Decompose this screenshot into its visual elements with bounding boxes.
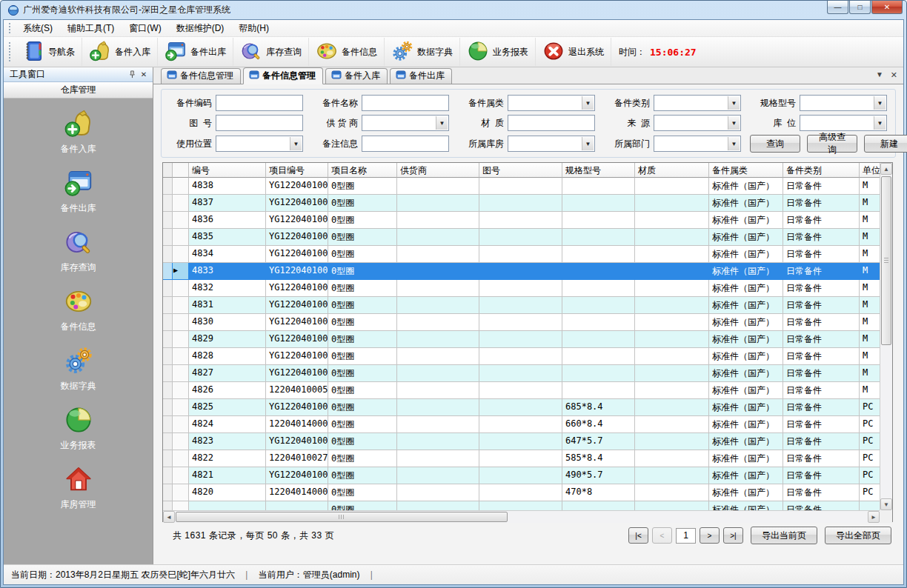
chevron-down-icon[interactable]: ▼ [436, 116, 448, 130]
table-row[interactable]: 4823YG122040100800型圈647*5.7标准件（国产）日常备件PC [163, 433, 880, 450]
menu-item-1[interactable]: 辅助工具(T) [60, 20, 122, 37]
table-row[interactable]: 4837YG122040100920型圈标准件（国产）日常备件M [163, 195, 880, 212]
next-page-button[interactable]: > [700, 527, 720, 544]
scroll-down-icon[interactable]: ▼ [880, 498, 892, 510]
table-row[interactable]: 4832YG122040100870型圈标准件（国产）日常备件M [163, 280, 880, 297]
column-header-drawing_no[interactable]: 图号 [479, 163, 562, 178]
column-header-unit[interactable]: 单位 [860, 163, 880, 178]
horizontal-scrollbar[interactable]: ◄ ► [163, 510, 880, 523]
column-header-spec[interactable]: 规格型号 [562, 163, 635, 178]
scroll-up-icon[interactable]: ▲ [880, 163, 892, 175]
tab-3[interactable]: 备件出库 [390, 68, 452, 84]
table-row[interactable]: 4835YG122040100900型圈标准件（国产）日常备件M [163, 229, 880, 246]
export-current-page-button[interactable]: 导出当前页 [751, 527, 817, 544]
chevron-down-icon[interactable]: ▼ [874, 96, 886, 110]
field-select-备件属类[interactable]: ▼ [508, 95, 595, 111]
column-header-supplier[interactable]: 供货商 [397, 163, 479, 178]
first-page-button[interactable]: |< [628, 527, 648, 544]
toolbar-button-stock-query[interactable]: 库存查询 [233, 38, 309, 66]
query-button[interactable]: 查询 [750, 135, 800, 153]
field-input-材质[interactable] [508, 115, 595, 131]
vertical-scrollbar[interactable]: ▲ ▼ [880, 163, 892, 510]
table-row-selected[interactable]: ▶4833YG122040100880型圈标准件（国产）日常备件M [163, 263, 880, 280]
menu-item-4[interactable]: 帮助(H) [231, 20, 276, 37]
table-row[interactable]: 4828YG122040100830型圈标准件（国产）日常备件M [163, 348, 880, 365]
sidebar-item-parts-info[interactable]: 备件信息 [61, 287, 96, 333]
tab-1-active[interactable]: 备件信息管理 [243, 67, 323, 84]
menu-item-3[interactable]: 数据维护(D) [169, 20, 232, 37]
menu-item-0[interactable]: 系统(S) [16, 20, 60, 37]
table-row[interactable]: 4821YG122040100790型圈490*5.7标准件（国产）日常备件PC [163, 467, 880, 484]
chevron-down-icon[interactable]: ▼ [728, 116, 740, 130]
tool-window-close-icon[interactable]: ✕ [138, 70, 150, 80]
toolbar-button-exit[interactable]: 退出系统 [536, 38, 611, 66]
chevron-down-icon[interactable]: ▼ [582, 96, 594, 110]
field-input-备件名称[interactable] [362, 95, 449, 111]
table-row[interactable]: 4829YG122040100840型圈标准件（国产）日常备件M [163, 331, 880, 348]
table-row[interactable]: 0型圈标准件（国产）日常备件 [163, 501, 880, 510]
close-button[interactable]: ✕ [871, 1, 903, 14]
table-row[interactable]: 482212204010027000型圈585*8.4标准件（国产）日常备件PC [163, 450, 880, 467]
scroll-left-icon[interactable]: ◄ [163, 511, 175, 523]
field-select-库位[interactable]: ▼ [800, 115, 887, 131]
table-row[interactable]: 4831YG122040100860型圈标准件（国产）日常备件M [163, 297, 880, 314]
table-row[interactable]: 482012204014000130型圈470*8标准件（国产）日常备件PC [163, 484, 880, 501]
tab-list-chevron-down-icon[interactable]: ▼ [876, 70, 883, 80]
field-select-来源[interactable]: ▼ [654, 115, 741, 131]
chevron-down-icon[interactable]: ▼ [728, 137, 740, 150]
table-row[interactable]: 4834YG122040100890型圈标准件（国产）日常备件M [163, 246, 880, 263]
chevron-down-icon[interactable]: ▼ [874, 116, 886, 130]
sidebar-item-report[interactable]: 业务报表 [61, 405, 96, 452]
chevron-down-icon[interactable]: ▼ [582, 137, 594, 150]
field-select-供货商[interactable]: ▼ [362, 115, 449, 131]
page-number-input[interactable] [676, 528, 696, 544]
field-select-备件类别[interactable]: ▼ [654, 95, 741, 111]
sidebar-item-parts-out[interactable]: 备件出库 [61, 168, 96, 215]
field-select-所属部门[interactable]: ▼ [654, 136, 741, 152]
menu-item-2[interactable]: 窗口(W) [122, 20, 168, 37]
column-header-type[interactable]: 备件类别 [783, 163, 860, 178]
scroll-right-icon[interactable]: ► [868, 511, 880, 523]
minimize-button[interactable]: — [827, 1, 848, 14]
column-header-material[interactable]: 材质 [635, 163, 709, 178]
chevron-down-icon[interactable]: ▼ [290, 137, 302, 150]
table-row[interactable]: 4836YG122040100910型圈标准件（国产）日常备件M [163, 212, 880, 229]
table-row[interactable]: 4838YG122040100930型圈标准件（国产）日常备件M [163, 178, 880, 195]
chevron-down-icon[interactable]: ▼ [728, 96, 740, 110]
field-select-规格型号[interactable]: ▼ [800, 95, 887, 111]
tab-0[interactable]: 备件信息管理 [161, 68, 241, 84]
field-input-图号[interactable] [216, 115, 303, 131]
new-button[interactable]: 新建 [864, 135, 907, 153]
toolbar-button-parts-out[interactable]: 备件出库 [158, 38, 233, 66]
column-header-name[interactable]: 项目名称 [328, 163, 397, 178]
field-input-备注信息[interactable] [362, 136, 449, 152]
prev-page-button[interactable]: < [652, 527, 672, 544]
vertical-scroll-thumb[interactable] [881, 176, 891, 345]
export-all-pages-button[interactable]: 导出全部页 [825, 527, 891, 544]
last-page-button[interactable]: >| [723, 527, 743, 544]
toolbar-button-data-dict[interactable]: 数据字典 [385, 38, 460, 66]
horizontal-scroll-thumb[interactable] [176, 512, 508, 522]
toolbar-button-parts-info[interactable]: 备件信息 [309, 38, 385, 66]
field-select-使用位置[interactable]: ▼ [216, 136, 303, 152]
sidebar-item-warehouse[interactable]: 库房管理 [61, 464, 96, 511]
table-row[interactable]: 482412204014000120型圈660*8.4标准件（国产）日常备件PC [163, 416, 880, 433]
column-header-category[interactable]: 备件属类 [709, 163, 783, 178]
sidebar-item-stock-query[interactable]: 库存查询 [61, 227, 96, 274]
table-row[interactable]: 482612204010005990型圈标准件（国产）日常备件M [163, 382, 880, 399]
toolbar-button-navigator[interactable]: 导航条 [16, 38, 82, 66]
field-input-备件编码[interactable] [216, 95, 303, 111]
tab-2[interactable]: 备件入库 [325, 68, 388, 84]
sidebar-item-parts-in[interactable]: 备件入库 [61, 109, 96, 156]
advanced-query-button[interactable]: 高级查询 [807, 135, 857, 153]
toolbar-button-parts-in[interactable]: 备件入库 [82, 38, 158, 66]
sidebar-group-header[interactable]: 仓库管理 [4, 82, 153, 98]
toolbar-button-report[interactable]: 业务报表 [460, 38, 536, 66]
tab-close-icon[interactable]: ✕ [891, 70, 897, 80]
table-row[interactable]: 4827YG122040100820型圈标准件（国产）日常备件M [163, 365, 880, 382]
table-row[interactable]: 4830YG122040100850型圈标准件（国产）日常备件M [163, 314, 880, 331]
table-row[interactable]: 4825YG122040100810型圈685*8.4标准件（国产）日常备件PC [163, 399, 880, 416]
field-select-所属库房[interactable]: ▼ [508, 136, 595, 152]
sidebar-item-data-dict[interactable]: 数据字典 [61, 346, 96, 392]
column-header-project_code[interactable]: 项目编号 [266, 163, 328, 178]
